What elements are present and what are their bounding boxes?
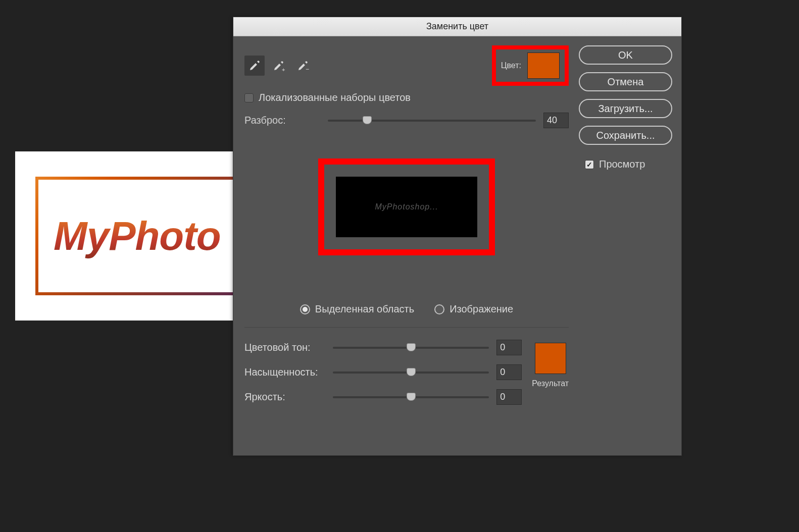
save-button[interactable]: Сохранить...: [579, 126, 672, 145]
svg-text:+: +: [282, 67, 285, 72]
saturation-input[interactable]: [496, 364, 522, 380]
view-image-label: Изображение: [450, 303, 513, 315]
lightness-label: Яркость:: [244, 391, 325, 403]
logo-text: MyPhoto: [54, 213, 221, 259]
lightness-input[interactable]: [496, 389, 522, 405]
preview-checkbox-label: Просмотр: [599, 158, 645, 170]
preview-mask-text: MyPhotoshop...: [375, 202, 438, 211]
eyedropper-add-tool[interactable]: +: [269, 56, 289, 76]
hue-label: Цветовой тон:: [244, 342, 325, 353]
view-selection-label: Выделенная область: [315, 303, 414, 315]
selection-preview[interactable]: MyPhotoshop...: [336, 177, 477, 237]
eyedropper-plus-icon: +: [273, 60, 285, 72]
selection-preview-highlight: MyPhotoshop...: [318, 158, 495, 255]
localized-clusters-checkbox[interactable]: [244, 93, 254, 102]
eyedropper-subtract-tool[interactable]: −: [293, 56, 313, 76]
hue-slider[interactable]: [333, 347, 489, 349]
eyedropper-tool[interactable]: [244, 56, 265, 76]
fuzziness-slider-thumb[interactable]: [363, 116, 372, 124]
fuzziness-slider[interactable]: [328, 120, 536, 122]
localized-clusters-label: Локализованные наборы цветов: [259, 92, 411, 103]
dialog-title: Заменить цвет: [233, 17, 681, 36]
lightness-slider[interactable]: [333, 396, 489, 398]
fuzziness-input[interactable]: [543, 113, 569, 128]
logo-frame: MyPhoto: [35, 177, 240, 295]
color-label: Цвет:: [501, 61, 521, 70]
hue-input[interactable]: [496, 340, 522, 355]
saturation-slider-thumb[interactable]: [407, 368, 416, 376]
saturation-slider[interactable]: [333, 371, 489, 374]
sampled-color-swatch[interactable]: [527, 52, 560, 79]
eyedropper-icon: [248, 60, 261, 72]
replace-color-dialog: Заменить цвет + − Цвет: Лок: [233, 17, 682, 456]
canvas-document: MyPhoto: [15, 151, 240, 321]
preview-checkbox[interactable]: [585, 160, 594, 169]
view-image-radio[interactable]: [434, 304, 444, 314]
view-selection-radio[interactable]: [300, 304, 310, 314]
separator: [244, 327, 569, 328]
fuzziness-label: Разброс:: [244, 115, 320, 126]
saturation-label: Насыщенность:: [244, 366, 325, 378]
result-color-swatch[interactable]: [535, 343, 566, 374]
load-button[interactable]: Загрузить...: [579, 99, 672, 118]
dialog-body: + − Цвет: Локализованные наборы цветов Р…: [233, 36, 681, 455]
result-label: Результат: [532, 379, 569, 388]
cancel-button[interactable]: Отмена: [579, 72, 672, 91]
sampled-color-block: Цвет:: [492, 45, 569, 86]
hue-slider-thumb[interactable]: [407, 343, 416, 351]
lightness-slider-thumb[interactable]: [407, 393, 416, 401]
ok-button[interactable]: OK: [579, 45, 672, 65]
eyedropper-minus-icon: −: [297, 60, 309, 72]
svg-text:−: −: [306, 66, 309, 72]
